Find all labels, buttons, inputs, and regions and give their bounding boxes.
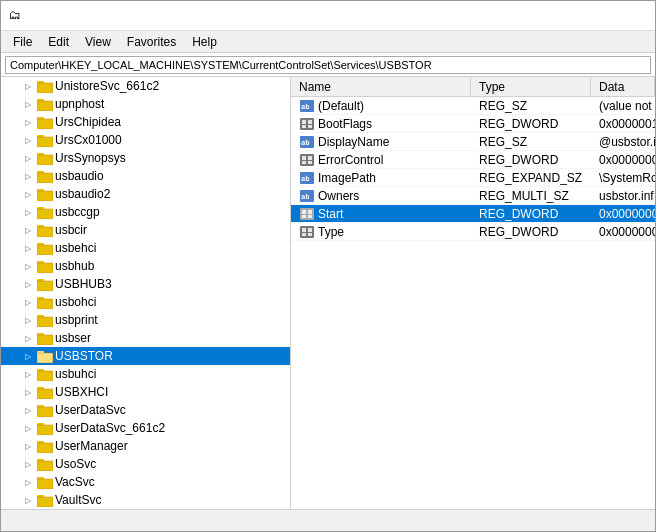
value-row[interactable]: BootFlagsREG_DWORD0x00000014 (20) [291,115,655,133]
menu-view[interactable]: View [77,33,119,51]
folder-icon [37,115,53,129]
expand-icon[interactable]: ▷ [21,313,35,327]
expand-icon[interactable]: ▷ [21,223,35,237]
address-input[interactable] [5,56,651,74]
tree-item[interactable]: ▷usbprint [1,311,290,329]
value-cell-name: ab (Default) [291,97,471,114]
expand-icon[interactable]: ▷ [21,133,35,147]
tree-item[interactable]: ▷UrsChipidea [1,113,290,131]
value-row[interactable]: ab OwnersREG_MULTI_SZusbstor.inf v_mscds [291,187,655,205]
expand-icon[interactable]: ▷ [21,349,35,363]
tree-item[interactable]: ▷USBHUB3 [1,275,290,293]
expand-icon[interactable]: ▷ [21,169,35,183]
folder-icon [37,421,53,435]
tree-item[interactable]: ▷UnistoreSvc_661c2 [1,77,290,95]
tree-item[interactable]: ▷USBSTOR [1,347,290,365]
folder-icon [37,367,53,381]
expand-icon[interactable]: ▷ [21,493,35,507]
svg-text:ab: ab [301,103,309,111]
tree-item[interactable]: ▷usbohci [1,293,290,311]
tree-item-label: usbcir [55,223,87,237]
tree-item-label: usbhub [55,259,94,273]
expand-icon[interactable]: ▷ [21,385,35,399]
tree-item[interactable]: ▷usbcir [1,221,290,239]
value-name-text: ImagePath [318,171,376,185]
expand-icon[interactable]: ▷ [21,421,35,435]
menu-favorites[interactable]: Favorites [119,33,184,51]
expand-icon[interactable]: ▷ [21,475,35,489]
menu-edit[interactable]: Edit [40,33,77,51]
tree-item[interactable]: ▷UserDataSvc [1,401,290,419]
value-row[interactable]: ab (Default)REG_SZ(value not set) [291,97,655,115]
tree-item[interactable]: ▷usbehci [1,239,290,257]
tree-item[interactable]: ▷UrsSynopsys [1,149,290,167]
tree-item-label: UserManager [55,439,128,453]
expand-icon[interactable]: ▷ [21,367,35,381]
tree-item[interactable]: ▷usbhub [1,257,290,275]
value-row[interactable]: StartREG_DWORD0x00000003 (3) [291,205,655,223]
menu-bar: File Edit View Favorites Help [1,31,655,53]
tree-item-label: usbprint [55,313,98,327]
svg-rect-98 [302,233,306,236]
svg-rect-84 [302,161,306,164]
tree-item[interactable]: ▷VacSvc [1,473,290,491]
value-cell-name: Type [291,223,471,240]
value-cell-data: (value not set) [591,97,655,114]
expand-icon[interactable]: ▷ [21,439,35,453]
tree-item[interactable]: ▷UserManager [1,437,290,455]
minimize-button[interactable] [509,1,555,31]
expand-icon[interactable]: ▷ [21,97,35,111]
expand-icon[interactable]: ▷ [21,187,35,201]
tree-item[interactable]: ▷usbaudio2 [1,185,290,203]
expand-icon[interactable]: ▷ [21,457,35,471]
expand-icon[interactable]: ▷ [21,241,35,255]
expand-icon[interactable]: ▷ [21,79,35,93]
value-name-text: DisplayName [318,135,389,149]
menu-file[interactable]: File [5,33,40,51]
value-row[interactable]: ab DisplayNameREG_SZ@usbstor.inf,%USB [291,133,655,151]
value-name-text: Owners [318,189,359,203]
svg-rect-77 [302,125,306,128]
tree-item-label: UrsSynopsys [55,151,126,165]
value-cell-data: 0x00000001 (1) [591,151,655,168]
value-cell-data: usbstor.inf v_mscds [591,187,655,204]
tree-item-label: usbuhci [55,367,96,381]
tree-item[interactable]: ▷UsoSvc [1,455,290,473]
expand-icon[interactable]: ▷ [21,403,35,417]
tree-item[interactable]: ▷usbccgp [1,203,290,221]
col-header-type: Type [471,77,591,96]
tree-item[interactable]: ▷UrsCx01000 [1,131,290,149]
tree-item[interactable]: ▷usbaudio [1,167,290,185]
tree-item-label: USBHUB3 [55,277,112,291]
tree-item[interactable]: ▷VaultSvc [1,491,290,509]
expand-icon[interactable]: ▷ [21,151,35,165]
expand-icon[interactable]: ▷ [21,115,35,129]
value-row[interactable]: ErrorControlREG_DWORD0x00000001 (1) [291,151,655,169]
window-controls [509,1,647,31]
expand-icon[interactable]: ▷ [21,259,35,273]
tree-item[interactable]: ▷UserDataSvc_661c2 [1,419,290,437]
address-bar [1,53,655,77]
tree-item[interactable]: ▷upnphost [1,95,290,113]
tree-item-label: usbser [55,331,91,345]
folder-icon [37,295,53,309]
svg-rect-83 [308,156,312,160]
close-button[interactable] [601,1,647,31]
svg-rect-93 [302,215,306,218]
tree-item[interactable]: ▷USBXHCI [1,383,290,401]
svg-text:ab: ab [301,193,309,201]
value-cell-type: REG_DWORD [471,115,591,132]
menu-help[interactable]: Help [184,33,225,51]
value-row[interactable]: TypeREG_DWORD0x00000001 (1) [291,223,655,241]
value-cell-data: 0x00000014 (20) [591,115,655,132]
expand-icon[interactable]: ▷ [21,277,35,291]
expand-icon[interactable]: ▷ [21,295,35,309]
maximize-button[interactable] [555,1,601,31]
expand-icon[interactable]: ▷ [21,205,35,219]
value-row[interactable]: ab ImagePathREG_EXPAND_SZ\SystemRoot\Sys… [291,169,655,187]
folder-icon [37,241,53,255]
tree-item-label: USBSTOR [55,349,113,363]
expand-icon[interactable]: ▷ [21,331,35,345]
tree-item[interactable]: ▷usbuhci [1,365,290,383]
tree-item[interactable]: ▷usbser [1,329,290,347]
